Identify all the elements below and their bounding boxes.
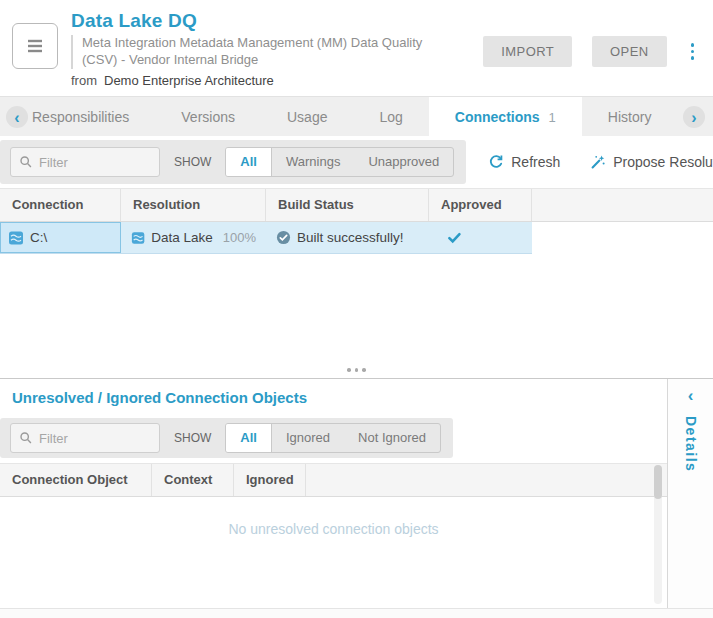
horizontal-scrollbar-track[interactable] bbox=[0, 608, 713, 618]
segment-all[interactable]: All bbox=[226, 424, 272, 452]
connections-filter-input[interactable] bbox=[39, 155, 159, 170]
col-resolution[interactable]: Resolution bbox=[121, 189, 266, 221]
resolution-cell[interactable]: Data Lake 100% bbox=[121, 222, 266, 253]
approved-check-icon bbox=[447, 230, 462, 245]
details-collapsed-tab[interactable]: ‹ Details bbox=[668, 379, 713, 608]
segment-warnings[interactable]: Warnings bbox=[272, 148, 354, 176]
search-icon bbox=[19, 431, 33, 445]
segment-not-ignored[interactable]: Not Ignored bbox=[344, 424, 440, 452]
scrollbar-thumb[interactable] bbox=[654, 465, 662, 499]
show-label: SHOW bbox=[174, 431, 211, 445]
connections-table-header: Connection Resolution Build Status Appro… bbox=[0, 188, 713, 222]
unresolved-table-body: No unresolved connection objects bbox=[0, 497, 667, 608]
expand-details-chevron-icon[interactable]: ‹ bbox=[688, 387, 694, 404]
tabs-scroll-left-icon[interactable]: ‹ bbox=[6, 106, 28, 128]
tab-connections-count-badge: 1 bbox=[549, 110, 556, 125]
import-button[interactable]: IMPORT bbox=[483, 36, 572, 67]
col-ignored[interactable]: Ignored bbox=[234, 464, 306, 496]
unresolved-show-segmented: All Ignored Not Ignored bbox=[225, 423, 441, 453]
filter-band: SHOW All Warnings Unapproved bbox=[0, 140, 466, 184]
magic-wand-icon bbox=[590, 154, 606, 170]
connections-filter bbox=[10, 147, 160, 177]
model-bridge-subtitle: Meta Integration Metadata Management (MM… bbox=[71, 35, 443, 69]
show-label: SHOW bbox=[174, 155, 211, 169]
unresolved-filter-input[interactable] bbox=[39, 431, 159, 446]
connections-toolbar: SHOW All Warnings Unapproved Refresh Pro… bbox=[0, 136, 713, 188]
resolution-match-percent: 100% bbox=[223, 230, 256, 245]
more-options-kebab-icon[interactable] bbox=[684, 40, 702, 63]
table-row[interactable]: C:\ Data Lake 100% Built successfully! bbox=[0, 222, 532, 254]
connection-cell-text: C:\ bbox=[30, 230, 47, 245]
model-type-icon bbox=[12, 23, 58, 69]
col-connection-object[interactable]: Connection Object bbox=[0, 464, 152, 496]
col-connection[interactable]: Connection bbox=[0, 189, 121, 221]
tab-history[interactable]: History bbox=[582, 97, 678, 136]
tab-versions[interactable]: Versions bbox=[155, 97, 261, 136]
unresolved-filter bbox=[10, 423, 160, 453]
build-status-text: Built successfully! bbox=[297, 230, 404, 245]
segment-unapproved[interactable]: Unapproved bbox=[354, 148, 453, 176]
segment-ignored[interactable]: Ignored bbox=[272, 424, 344, 452]
panel-splitter-handle[interactable] bbox=[0, 362, 713, 378]
built-success-icon bbox=[276, 230, 291, 245]
empty-state-message: No unresolved connection objects bbox=[0, 497, 667, 537]
refresh-icon bbox=[488, 154, 504, 170]
propose-resolutions-label: Propose Resolutions bbox=[613, 154, 713, 170]
search-icon bbox=[19, 155, 33, 169]
segment-all[interactable]: All bbox=[226, 148, 272, 176]
from-row: fromDemo Enterprise Architecture bbox=[71, 73, 443, 88]
unresolved-panel-main: Unresolved / Ignored Connection Objects … bbox=[0, 379, 668, 608]
vertical-scrollbar[interactable] bbox=[654, 465, 662, 604]
open-button[interactable]: OPEN bbox=[592, 36, 666, 67]
header-filler bbox=[306, 464, 667, 496]
document-lines-icon bbox=[22, 33, 48, 59]
col-build-status[interactable]: Build Status bbox=[266, 189, 429, 221]
connections-show-segmented: All Warnings Unapproved bbox=[225, 147, 454, 177]
from-label: from bbox=[71, 73, 97, 88]
tab-connections[interactable]: Connections1 bbox=[429, 97, 582, 136]
unresolved-filter-band: SHOW All Ignored Not Ignored bbox=[0, 418, 453, 458]
app-window: Data Lake DQ Meta Integration Metadata M… bbox=[0, 0, 713, 618]
col-context[interactable]: Context bbox=[152, 464, 234, 496]
header-text: Data Lake DQ Meta Integration Metadata M… bbox=[71, 10, 443, 86]
unresolved-table-header: Connection Object Context Ignored bbox=[0, 463, 667, 497]
unresolved-panel: Unresolved / Ignored Connection Objects … bbox=[0, 378, 713, 608]
tab-log[interactable]: Log bbox=[353, 97, 428, 136]
resolution-model-icon bbox=[131, 230, 145, 246]
col-approved[interactable]: Approved bbox=[429, 189, 532, 221]
tab-responsibilities[interactable]: Responsibilities bbox=[6, 97, 155, 136]
connection-cell[interactable]: C:\ bbox=[0, 222, 121, 253]
page-title: Data Lake DQ bbox=[71, 10, 443, 32]
header-filler bbox=[532, 189, 713, 221]
resolution-cell-text: Data Lake bbox=[151, 230, 213, 245]
connection-model-icon bbox=[8, 230, 24, 246]
header: Data Lake DQ Meta Integration Metadata M… bbox=[0, 0, 713, 96]
from-model-link[interactable]: Demo Enterprise Architecture bbox=[104, 73, 274, 88]
propose-resolutions-button[interactable]: Propose Resolutions bbox=[590, 154, 713, 170]
connections-table-empty-space bbox=[0, 254, 713, 362]
refresh-button[interactable]: Refresh bbox=[488, 154, 560, 170]
approved-cell[interactable] bbox=[429, 222, 532, 253]
unresolved-toolbar: SHOW All Ignored Not Ignored bbox=[0, 413, 667, 463]
tab-bar: ‹ Responsibilities Versions Usage Log Co… bbox=[0, 96, 713, 136]
details-tab-label: Details bbox=[683, 416, 699, 472]
refresh-label: Refresh bbox=[511, 154, 560, 170]
header-actions: IMPORT OPEN bbox=[483, 36, 701, 67]
connections-table: Connection Resolution Build Status Appro… bbox=[0, 188, 713, 362]
tabs-scroll-right-icon[interactable]: › bbox=[683, 106, 705, 128]
tab-usage[interactable]: Usage bbox=[261, 97, 353, 136]
build-status-cell[interactable]: Built successfully! bbox=[266, 222, 429, 253]
unresolved-panel-title: Unresolved / Ignored Connection Objects bbox=[0, 379, 667, 413]
tab-connections-label: Connections bbox=[455, 109, 540, 125]
tabs: Responsibilities Versions Usage Log Conn… bbox=[6, 97, 684, 136]
